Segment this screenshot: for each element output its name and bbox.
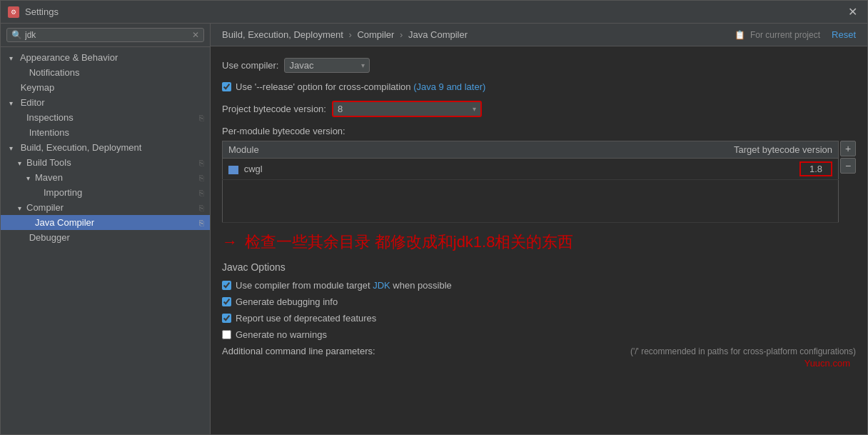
copy-icon: ⎘ — [199, 114, 204, 122]
use-compiler-label: Use compiler: — [222, 60, 278, 71]
search-icon: 🔍 — [11, 30, 22, 40]
arrow-icon: ▾ — [9, 144, 18, 152]
header-right: 📋 For current project Reset — [735, 29, 856, 40]
search-input[interactable] — [25, 30, 192, 40]
sidebar-item-appearance[interactable]: ▾ Appearance & Behavior — [1, 50, 210, 65]
window-title: Settings — [25, 6, 845, 17]
copy-icon: ⎘ — [199, 219, 204, 227]
option-label-2: Generate debugging info — [236, 296, 338, 307]
sidebar-item-label: Build, Execution, Deployment — [21, 142, 142, 153]
breadcrumb-part2: Compiler — [357, 29, 394, 40]
module-folder-icon — [228, 166, 238, 174]
sidebar-item-notifications[interactable]: Notifications — [1, 65, 210, 80]
main-header: Build, Execution, Deployment › Compiler … — [211, 24, 867, 46]
release-option-checkbox[interactable] — [222, 82, 231, 91]
add-module-button[interactable]: + — [840, 141, 856, 156]
sidebar-item-label: Java Compiler — [35, 217, 94, 228]
remove-module-button[interactable]: − — [840, 158, 856, 174]
sidebar-item-debugger[interactable]: Debugger — [1, 230, 210, 245]
javac-options-title: Javac Options — [222, 261, 856, 273]
sidebar-item-label: Inspections — [26, 112, 74, 123]
option-checkbox-3[interactable] — [222, 314, 231, 323]
sidebar-item-importing[interactable]: Importing ⎘ — [1, 185, 210, 200]
sidebar-item-label: Notifications — [29, 67, 80, 78]
per-module-label: Per-module bytecode version: — [222, 126, 856, 136]
release-option-label: Use '--release' option for cross-compila… — [236, 81, 485, 92]
arrow-icon: ▾ — [26, 174, 35, 182]
clear-icon[interactable]: ✕ — [192, 30, 199, 40]
for-project-label: 📋 For current project — [735, 30, 820, 40]
version-value: 1.8 — [799, 161, 832, 176]
compiler-row: Use compiler: Javac Eclipse ▾ — [222, 58, 856, 73]
table-wrap: Module Target bytecode version cwgl — [222, 141, 856, 226]
copy-icon: ⎘ — [199, 189, 204, 197]
search-input-wrap[interactable]: 🔍 ✕ — [6, 28, 204, 42]
reset-button[interactable]: Reset — [832, 29, 856, 40]
dropdown-arrow-icon: ▾ — [361, 61, 365, 69]
sidebar-item-maven[interactable]: ▾Maven ⎘ — [1, 170, 210, 185]
settings-window: ⚙ Settings ✕ 🔍 ✕ ▾ Appearance & Behavior — [0, 0, 868, 435]
option-checkbox-1[interactable] — [222, 281, 231, 290]
annotation-text: 检查一些其余目录 都修改成和jdk1.8相关的东西 — [245, 233, 574, 251]
bytecode-select[interactable]: 891117 — [338, 104, 470, 114]
sidebar-item-label: Intentions — [29, 127, 69, 138]
breadcrumb-current: Java Compiler — [408, 29, 468, 40]
sidebar-item-build-tools[interactable]: ▾Build Tools ⎘ — [1, 155, 210, 170]
additional-params-row: Additional command line parameters: ('/'… — [222, 346, 856, 356]
project-icon: 📋 — [735, 30, 745, 40]
sidebar-item-inspections[interactable]: Inspections ⎘ — [1, 110, 210, 125]
sidebar-item-intentions[interactable]: Intentions — [1, 125, 210, 140]
option-row-1: Use compiler from module target JDK when… — [222, 280, 856, 291]
copy-icon: ⎘ — [199, 174, 204, 182]
module-table: Module Target bytecode version cwgl — [222, 141, 839, 223]
table-row: cwgl 1.8 — [223, 159, 839, 180]
breadcrumb-sep2: › — [400, 29, 405, 40]
sidebar-item-build[interactable]: ▾ Build, Execution, Deployment — [1, 140, 210, 155]
sidebar-item-label: Compiler — [26, 202, 64, 213]
sidebar-item-label: Importing — [44, 187, 82, 198]
title-bar: ⚙ Settings ✕ — [1, 1, 867, 24]
option-row-3: Report use of deprecated features — [222, 313, 856, 324]
close-button[interactable]: ✕ — [845, 5, 860, 19]
sidebar-item-label: Keymap — [21, 82, 55, 93]
breadcrumb: Build, Execution, Deployment › Compiler … — [222, 29, 468, 40]
sidebar-item-compiler[interactable]: ▾Compiler ⎘ — [1, 200, 210, 215]
watermark-text: Yuucn.com — [222, 358, 856, 369]
sidebar-item-java-compiler[interactable]: Java Compiler ⎘ — [1, 215, 210, 230]
compiler-select-wrap[interactable]: Javac Eclipse ▾ — [284, 58, 370, 73]
app-icon: ⚙ — [8, 6, 19, 18]
copy-icon: ⎘ — [199, 159, 204, 167]
main-layout: 🔍 ✕ ▾ Appearance & Behavior Notification… — [1, 24, 867, 434]
additional-params-label: Additional command line parameters: — [222, 346, 375, 356]
bytecode-dropdown-icon: ▾ — [473, 105, 476, 113]
bytecode-select-wrap[interactable]: 891117 ▾ — [332, 101, 482, 117]
col-module: Module — [223, 141, 403, 159]
option-label-3: Report use of deprecated features — [236, 313, 376, 324]
annotation-area: → 检查一些其余目录 都修改成和jdk1.8相关的东西 — [222, 231, 856, 253]
compiler-select[interactable]: Javac Eclipse — [289, 60, 358, 71]
sidebar: 🔍 ✕ ▾ Appearance & Behavior Notification… — [1, 24, 211, 434]
option-label-4: Generate no warnings — [236, 329, 327, 340]
bytecode-version-row: Project bytecode version: 891117 ▾ — [222, 101, 856, 117]
arrow-icon: ▾ — [18, 204, 26, 212]
sidebar-item-editor[interactable]: ▾ Editor — [1, 95, 210, 110]
table-side-buttons: + − — [840, 141, 856, 175]
sidebar-item-label: Maven — [35, 172, 63, 183]
breadcrumb-part1: Build, Execution, Deployment — [222, 29, 343, 40]
option-label-1: Use compiler from module target JDK when… — [236, 280, 452, 291]
annotation-arrow-icon: → — [222, 233, 238, 251]
sidebar-item-keymap[interactable]: Keymap — [1, 80, 210, 95]
bytecode-label: Project bytecode version: — [222, 104, 326, 114]
option-row-4: Generate no warnings — [222, 329, 856, 340]
table-empty-row — [223, 180, 839, 223]
sidebar-item-label: Debugger — [29, 232, 70, 243]
version-cell: 1.8 — [403, 159, 839, 180]
module-name: cwgl — [244, 164, 263, 174]
module-cell: cwgl — [223, 159, 403, 180]
option-row-2: Generate debugging info — [222, 296, 856, 307]
copy-icon: ⎘ — [199, 204, 204, 212]
breadcrumb-sep1: › — [348, 29, 354, 40]
main-content: Use compiler: Javac Eclipse ▾ Use '--rel… — [211, 46, 867, 434]
option-checkbox-4[interactable] — [222, 330, 231, 339]
option-checkbox-2[interactable] — [222, 297, 231, 306]
